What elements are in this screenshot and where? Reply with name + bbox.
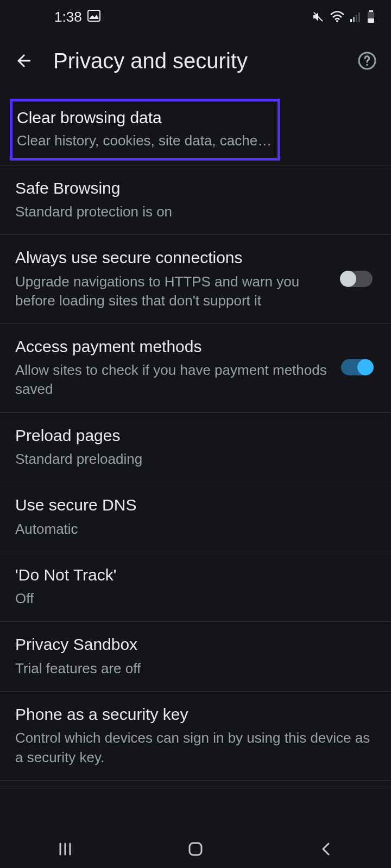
arrow-left-icon — [14, 51, 34, 71]
image-icon — [87, 9, 100, 25]
item-subtitle: Standard preloading — [15, 450, 376, 469]
svg-point-11 — [366, 64, 368, 66]
back-nav-button[interactable] — [310, 838, 342, 860]
page-title: Privacy and security — [53, 49, 338, 73]
item-title: Preload pages — [15, 425, 376, 447]
item-text: Phone as a security key Control which de… — [15, 704, 376, 767]
settings-list: Clear browsing data Clear history, cooki… — [0, 88, 391, 787]
status-left: 1:38 — [54, 9, 100, 25]
item-title: Clear browsing data — [17, 107, 272, 129]
payment-methods-item[interactable]: Access payment methods Allow sites to ch… — [0, 324, 391, 413]
home-button[interactable] — [179, 838, 212, 860]
spacer — [0, 781, 391, 787]
secure-connections-toggle[interactable] — [341, 271, 373, 287]
item-subtitle: Off — [15, 589, 376, 608]
help-icon — [357, 51, 377, 71]
phone-security-key-item[interactable]: Phone as a security key Control which de… — [0, 692, 391, 781]
item-title: 'Do Not Track' — [15, 564, 376, 586]
svg-point-2 — [336, 20, 338, 22]
status-right — [312, 10, 375, 23]
item-subtitle: Automatic — [15, 520, 376, 539]
privacy-sandbox-item[interactable]: Privacy Sandbox Trial features are off — [0, 622, 391, 692]
svg-rect-9 — [368, 18, 374, 23]
item-title: Safe Browsing — [15, 177, 376, 200]
payment-methods-toggle[interactable] — [341, 359, 373, 375]
item-text: Clear browsing data Clear history, cooki… — [17, 107, 272, 150]
item-subtitle: Clear history, cookies, site data, cache… — [17, 131, 272, 150]
item-text: Access payment methods Allow sites to ch… — [15, 336, 330, 399]
item-text: Always use secure connections Upgrade na… — [15, 247, 330, 310]
system-nav-bar — [0, 830, 391, 868]
item-subtitle: Upgrade navigations to HTTPS and warn yo… — [15, 272, 330, 310]
status-time: 1:38 — [54, 9, 82, 25]
home-icon — [187, 841, 204, 857]
item-subtitle: Standard protection is on — [15, 202, 376, 221]
toggle-knob — [340, 271, 356, 287]
svg-rect-0 — [88, 10, 100, 21]
item-subtitle: Control which devices can sign in by usi… — [15, 729, 376, 767]
clear-browsing-data-item[interactable]: Clear browsing data Clear history, cooki… — [0, 99, 391, 165]
status-bar: 1:38 — [0, 0, 391, 34]
item-text: Privacy Sandbox Trial features are off — [15, 634, 376, 678]
item-title: Access payment methods — [15, 336, 330, 358]
item-text: 'Do Not Track' Off — [15, 564, 376, 609]
recents-icon — [58, 841, 73, 857]
preload-pages-item[interactable]: Preload pages Standard preloading — [0, 413, 391, 483]
svg-rect-6 — [358, 12, 360, 22]
safe-browsing-item[interactable]: Safe Browsing Standard protection is on — [0, 165, 391, 235]
app-header: Privacy and security — [0, 34, 391, 88]
item-title: Use secure DNS — [15, 494, 376, 516]
recents-button[interactable] — [49, 838, 81, 860]
help-button[interactable] — [354, 48, 380, 74]
item-text: Use secure DNS Automatic — [15, 494, 376, 539]
svg-rect-5 — [356, 15, 357, 22]
item-text: Preload pages Standard preloading — [15, 425, 376, 469]
back-button[interactable] — [11, 48, 37, 74]
do-not-track-item[interactable]: 'Do Not Track' Off — [0, 552, 391, 622]
item-subtitle: Trial features are off — [15, 659, 376, 678]
secure-dns-item[interactable]: Use secure DNS Automatic — [0, 482, 391, 552]
mute-icon — [312, 10, 325, 23]
chevron-left-icon — [319, 841, 333, 857]
wifi-icon — [330, 11, 344, 23]
item-subtitle: Allow sites to check if you have payment… — [15, 361, 330, 399]
svg-rect-4 — [353, 17, 355, 22]
item-title: Privacy Sandbox — [15, 634, 376, 656]
item-title: Phone as a security key — [15, 704, 376, 726]
svg-rect-15 — [190, 843, 201, 855]
secure-connections-item[interactable]: Always use secure connections Upgrade na… — [0, 235, 391, 324]
svg-rect-7 — [369, 10, 373, 12]
battery-icon — [367, 10, 375, 23]
svg-rect-3 — [350, 19, 352, 22]
signal-icon — [350, 11, 362, 23]
item-text: Safe Browsing Standard protection is on — [15, 177, 376, 222]
toggle-knob — [357, 359, 374, 375]
item-title: Always use secure connections — [15, 247, 330, 269]
